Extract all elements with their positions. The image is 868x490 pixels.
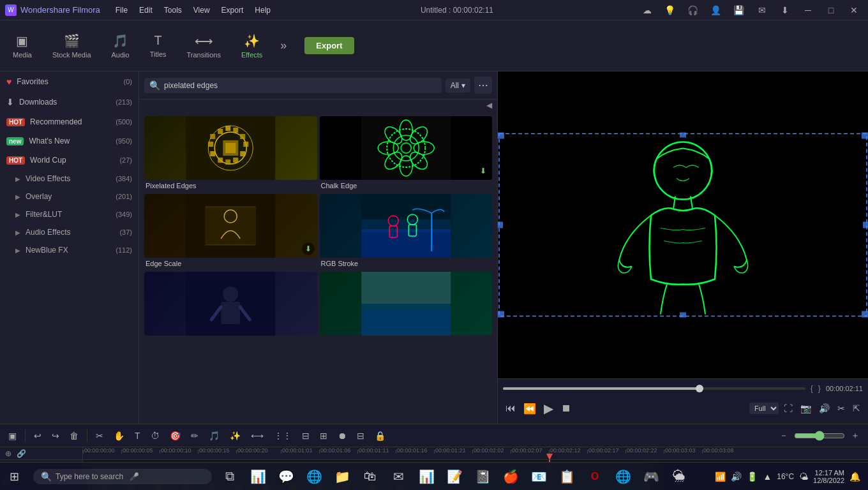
taskbar-file-explorer[interactable]: 📁 [329, 464, 355, 489]
notifications-icon[interactable]: 🔔 [849, 471, 860, 482]
menu-export[interactable]: Export [216, 3, 249, 17]
tl-marker-button[interactable]: 🎯 [167, 429, 184, 443]
taskbar-mail[interactable]: ✉ [385, 464, 411, 489]
tl-redo-button[interactable]: ↪ [49, 429, 63, 443]
taskbar-task-view[interactable]: ⧉ [217, 464, 243, 489]
maximize-button[interactable]: □ [822, 3, 840, 17]
menu-file[interactable]: File [110, 3, 133, 17]
tl-split-button[interactable]: ⋮⋮ [271, 429, 295, 443]
export-button[interactable]: Export [304, 37, 354, 54]
tl-pen-button[interactable]: ✏ [188, 429, 202, 443]
toolbar-transitions[interactable]: ⟷ Transitions [182, 31, 226, 61]
tl-cut-button[interactable]: ✂ [93, 429, 107, 443]
tl-group-button[interactable]: ⊟ [354, 429, 368, 443]
effect-card-chalk-edge[interactable]: ⬇ Chalk Edge [320, 116, 493, 191]
time-date-display[interactable]: 12:17 AM 12/8/2022 [813, 469, 844, 484]
scrubber-thumb[interactable] [696, 385, 703, 392]
effect-card-rgb-stroke[interactable]: RGB Stroke [320, 194, 493, 269]
prev-frame-button[interactable]: ⏮ [503, 400, 518, 417]
menu-tools[interactable]: Tools [159, 3, 187, 17]
cloud-button[interactable]: ☁ [638, 3, 656, 17]
scrubber-track[interactable] [503, 387, 805, 390]
sidebar-item-audio-effects[interactable]: ▶ Audio Effects (37) [0, 223, 138, 241]
tl-text-button[interactable]: T [131, 429, 144, 443]
menu-edit[interactable]: Edit [134, 3, 158, 17]
taskbar-app1[interactable]: 🍎 [498, 464, 523, 489]
tl-select-button[interactable]: ✋ [110, 429, 128, 443]
search-input[interactable] [164, 81, 437, 90]
menu-view[interactable]: View [188, 3, 215, 17]
tl-speed-button[interactable]: ⏱ [147, 429, 163, 443]
tl-transition-button[interactable]: ⟷ [248, 429, 267, 443]
save-button[interactable]: 💾 [730, 3, 748, 17]
effect-card-6[interactable] [320, 272, 493, 339]
menu-help[interactable]: Help [250, 3, 276, 17]
account-button[interactable]: 👤 [707, 3, 725, 17]
bulb-button[interactable]: 💡 [661, 3, 679, 17]
scroll-left-arrow[interactable]: ◀ [486, 101, 492, 110]
taskbar-store[interactable]: 🛍 [357, 464, 383, 489]
sidebar-item-favorites[interactable]: ♥ Favorites (0) [0, 71, 138, 92]
tl-record-button[interactable]: ⏺ [334, 429, 350, 443]
zoom-in-button[interactable]: ＋ [848, 428, 863, 443]
effect-card-edge-scale[interactable]: ⬇ Edge Scale [144, 194, 317, 269]
toolbar-titles[interactable]: T Titles [145, 31, 172, 61]
taskbar-excel[interactable]: 📊 [414, 464, 439, 489]
up-arrow-icon[interactable]: ▲ [763, 471, 772, 482]
tl-crop-tl-button[interactable]: ⊟ [299, 429, 313, 443]
sidebar-item-filter-lut[interactable]: ▶ Filter&LUT (349) [0, 205, 138, 223]
taskbar-widgets[interactable]: 📊 [245, 464, 271, 489]
battery-icon[interactable]: 🔋 [747, 471, 758, 482]
sidebar-item-video-effects[interactable]: ▶ Video Effects (384) [0, 170, 138, 188]
taskbar-chrome[interactable]: 🌐 [610, 464, 636, 489]
filter-all-button[interactable]: All ▾ [445, 78, 470, 93]
crop-button[interactable]: ✂ [835, 401, 848, 416]
volume-button[interactable]: 🔊 [816, 401, 832, 416]
toolbar-audio[interactable]: 🎵 Audio [107, 31, 135, 61]
tl-undo-button[interactable]: ↩ [31, 429, 45, 443]
taskbar-weather[interactable]: 🌦 [666, 464, 692, 489]
more-tools-button[interactable]: » [278, 36, 289, 55]
headphone-button[interactable]: 🎧 [684, 3, 702, 17]
quality-select[interactable]: Full 1/2 1/4 [749, 403, 779, 414]
play-button[interactable]: ▶ [541, 398, 556, 419]
toolbar-media[interactable]: ▣ Media [8, 31, 37, 61]
taskbar-onenote[interactable]: 📓 [470, 464, 495, 489]
sidebar-item-whats-new[interactable]: new What's New (950) [0, 131, 138, 151]
sidebar-item-downloads[interactable]: ⬇ Downloads (213) [0, 92, 138, 112]
tl-delete-button[interactable]: 🗑 [66, 429, 82, 443]
taskbar-app2[interactable]: 📧 [526, 464, 551, 489]
taskbar-word[interactable]: 📝 [442, 464, 467, 489]
tl-grid-button[interactable]: ▣ [5, 429, 20, 443]
close-button[interactable]: ✕ [845, 3, 863, 17]
tl-lock-button[interactable]: 🔒 [371, 429, 389, 443]
tl-pan-button[interactable]: ⊞ [317, 429, 331, 443]
taskbar-opera[interactable]: O [582, 464, 608, 489]
taskbar-ppt[interactable]: 📋 [554, 464, 580, 489]
volume-sys-icon[interactable]: 🔊 [731, 471, 742, 482]
taskbar-chat[interactable]: 💬 [273, 464, 299, 489]
zoom-out-button[interactable]: － [776, 428, 791, 443]
search-input-wrapper[interactable]: 🔍 [144, 78, 442, 93]
fit-screen-button[interactable]: ⛶ [781, 401, 795, 416]
snapshot-button[interactable]: 📷 [798, 401, 814, 416]
link-tracks-button[interactable]: 🔗 [15, 448, 27, 459]
minimize-button[interactable]: ─ [799, 3, 817, 17]
sidebar-item-overlay[interactable]: ▶ Overlay (201) [0, 188, 138, 205]
expand-button[interactable]: ⇱ [850, 401, 863, 416]
download-button[interactable]: ⬇ [776, 3, 794, 17]
sidebar-item-recommended[interactable]: HOT Recommended (500) [0, 112, 138, 131]
rewind-button[interactable]: ⏪ [521, 400, 539, 417]
toolbar-stock-media[interactable]: 🎬 Stock Media [47, 31, 96, 61]
effect-card-pixelated-edges[interactable]: Pixelated Edges [144, 116, 317, 191]
zoom-slider[interactable] [794, 431, 845, 441]
taskbar-search-bar[interactable]: 🔍 Type here to search 🎤 [33, 469, 212, 484]
taskbar-app3[interactable]: 🎮 [638, 464, 664, 489]
add-track-button[interactable]: ⊕ [4, 448, 13, 459]
start-button[interactable]: ⊞ [0, 463, 28, 491]
toolbar-effects[interactable]: ✨ Effects [236, 31, 267, 61]
more-options-button[interactable]: ⋯ [474, 77, 492, 94]
sidebar-item-world-cup[interactable]: HOT World Cup (27) [0, 151, 138, 170]
taskbar-edge[interactable]: 🌐 [301, 464, 327, 489]
network-icon[interactable]: 📶 [715, 471, 726, 482]
